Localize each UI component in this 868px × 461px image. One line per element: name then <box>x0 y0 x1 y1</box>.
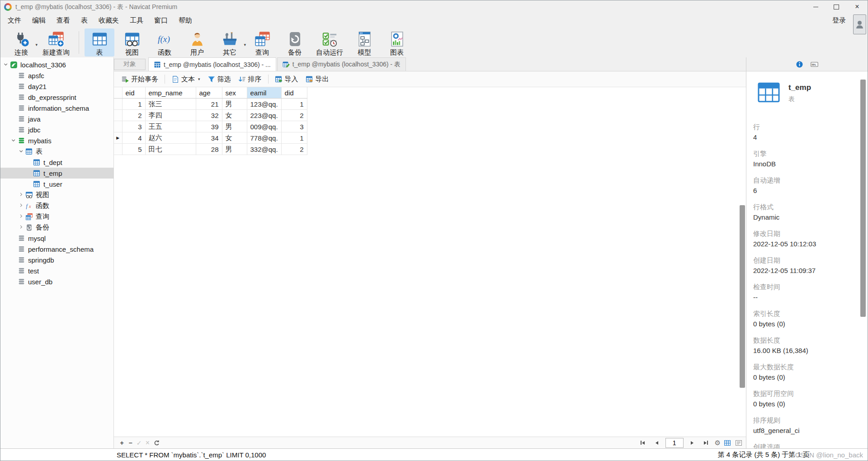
apply-changes-button[interactable]: ✓ <box>135 440 143 446</box>
toolbar-button-自动运行[interactable]: 自动运行 <box>312 28 347 56</box>
menu-item-文件[interactable]: 文件 <box>2 14 27 27</box>
toolbar-button-备份[interactable]: 备份 <box>280 28 310 56</box>
info-tab-icon[interactable] <box>796 61 803 68</box>
tree-item-test[interactable]: test <box>0 265 113 276</box>
toolbar-button-用户[interactable]: 用户 <box>182 28 212 56</box>
dropdown-caret-icon[interactable]: ▾ <box>35 42 38 47</box>
tree-item-t-user[interactable]: t_user <box>0 179 113 189</box>
next-page-button[interactable] <box>687 438 698 447</box>
column-header-sex[interactable]: sex <box>222 87 247 99</box>
row-selector[interactable] <box>114 121 122 132</box>
menu-item-编辑[interactable]: 编辑 <box>27 14 51 27</box>
cell-eamil[interactable]: 123@qq. <box>247 99 281 110</box>
column-header-eid[interactable]: eid <box>122 87 145 99</box>
page-number-input[interactable] <box>665 438 684 448</box>
chevron-closed-icon[interactable] <box>19 224 24 230</box>
tree-item-t-dept[interactable]: t_dept <box>0 157 113 168</box>
toolbar-button-其它[interactable]: ▾其它 <box>215 28 245 56</box>
cell-emp_name[interactable]: 田七 <box>145 144 196 155</box>
cell-emp_name[interactable]: 王五 <box>145 121 196 132</box>
chevron-closed-icon[interactable] <box>19 202 24 209</box>
tree-item-springdb[interactable]: springdb <box>0 254 113 265</box>
tree-item-day21[interactable]: day21 <box>0 81 113 92</box>
cell-eid[interactable]: 4 <box>122 132 145 144</box>
chevron-closed-icon[interactable] <box>19 213 24 220</box>
toolbar-button-函数[interactable]: f(x)函数 <box>150 28 179 56</box>
cell-age[interactable]: 21 <box>196 99 222 110</box>
cell-sex[interactable]: 男 <box>222 99 247 110</box>
discard-changes-button[interactable]: × <box>143 439 152 447</box>
cell-eamil[interactable]: 332@qq. <box>247 144 281 155</box>
tree-item-查询[interactable]: 查询 <box>0 211 113 222</box>
tab-objects[interactable]: 对象 <box>114 59 146 70</box>
dropdown-caret-icon[interactable]: ▾ <box>198 77 200 81</box>
maximize-button[interactable] <box>826 0 847 13</box>
toolbar-button-连接[interactable]: ▾连接 <box>6 28 36 56</box>
tree-item-localhost-3306[interactable]: localhost_3306 <box>0 59 113 70</box>
cell-sex[interactable]: 女 <box>222 132 247 144</box>
tree-item-information-schema[interactable]: information_schema <box>0 103 113 113</box>
delete-record-button[interactable]: − <box>126 440 135 446</box>
cell-age[interactable]: 28 <box>196 144 222 155</box>
cell-did[interactable]: 1 <box>281 99 307 110</box>
table-toolbar-开始事务[interactable]: 开始事务 <box>118 75 162 84</box>
toolbar-button-查询[interactable]: 查询 <box>247 28 277 56</box>
cell-age[interactable]: 32 <box>196 110 222 121</box>
cell-sex[interactable]: 女 <box>222 110 247 121</box>
info-panel-scrollbar[interactable] <box>860 80 866 317</box>
tree-item-performance-schema[interactable]: performance_schema <box>0 244 113 254</box>
tree-item-备份[interactable]: 备份 <box>0 222 113 233</box>
chevron-open-icon[interactable] <box>3 61 9 68</box>
menu-item-帮助[interactable]: 帮助 <box>173 14 198 27</box>
row-selector-current[interactable]: ▶ <box>114 132 122 144</box>
cell-eamil[interactable]: 778@qq. <box>247 132 281 144</box>
cell-did[interactable]: 1 <box>281 132 307 144</box>
cell-did[interactable]: 2 <box>281 144 307 155</box>
form-view-toggle[interactable] <box>735 439 743 447</box>
chevron-closed-icon[interactable] <box>19 192 24 198</box>
ddl-tab-icon[interactable]: DDL <box>811 61 818 68</box>
table-toolbar-排序[interactable]: 排序 <box>235 75 265 84</box>
toolbar-button-表[interactable]: 表 <box>85 28 114 56</box>
row-selector[interactable] <box>114 110 122 121</box>
tree-item-mybatis[interactable]: mybatis <box>0 135 113 146</box>
menu-item-工具[interactable]: 工具 <box>124 14 149 27</box>
tree-item-user-db[interactable]: user_db <box>0 276 113 287</box>
cell-sex[interactable]: 男 <box>222 121 247 132</box>
tree-item-java[interactable]: java <box>0 113 113 124</box>
grid-vertical-scrollbar[interactable] <box>740 205 745 388</box>
tree-item-视图[interactable]: 视图 <box>0 189 113 200</box>
previous-page-button[interactable] <box>651 438 662 447</box>
grid-view-toggle[interactable] <box>724 439 732 447</box>
cell-emp_name[interactable]: 张三 <box>145 99 196 110</box>
cell-age[interactable]: 34 <box>196 132 222 144</box>
toolbar-button-新建查询[interactable]: 新建查询 <box>39 28 73 56</box>
toolbar-button-视图[interactable]: 视图 <box>117 28 147 56</box>
column-header-age[interactable]: age <box>196 87 222 99</box>
tree-item-apsfc[interactable]: apsfc <box>0 70 113 81</box>
last-record-button[interactable] <box>701 438 712 447</box>
chevron-open-icon[interactable] <box>11 137 17 144</box>
cell-did[interactable]: 3 <box>281 121 307 132</box>
table-toolbar-导出[interactable]: 导出 <box>302 75 333 84</box>
cell-age[interactable]: 39 <box>196 121 222 132</box>
cell-eid[interactable]: 1 <box>122 99 145 110</box>
column-header-eamil[interactable]: eamil <box>247 87 281 99</box>
settings-gear-button[interactable]: ⚙ <box>715 439 721 447</box>
cell-emp_name[interactable]: 赵六 <box>145 132 196 144</box>
cell-eamil[interactable]: 009@qq. <box>247 121 281 132</box>
chevron-open-icon[interactable] <box>19 148 24 155</box>
table-toolbar-导入[interactable]: 导入 <box>271 75 302 84</box>
tree-item-t-emp[interactable]: t_emp <box>0 168 113 179</box>
tree-item-jdbc[interactable]: jdbc <box>0 124 113 135</box>
cell-emp_name[interactable]: 李四 <box>145 110 196 121</box>
dropdown-caret-icon[interactable]: ▾ <box>244 42 246 47</box>
table-toolbar-筛选[interactable]: 筛选 <box>204 75 235 84</box>
tree-item-函数[interactable]: fx函数 <box>0 200 113 211</box>
cell-eamil[interactable]: 223@qq. <box>247 110 281 121</box>
menu-item-表[interactable]: 表 <box>75 14 93 27</box>
row-selector[interactable] <box>114 99 122 110</box>
cell-eid[interactable]: 5 <box>122 144 145 155</box>
tab-t-emp-2[interactable]: t_emp @mybatis (localhost_3306) - 表 <box>277 57 406 71</box>
toolbar-button-图表[interactable]: 图表 <box>382 28 412 56</box>
